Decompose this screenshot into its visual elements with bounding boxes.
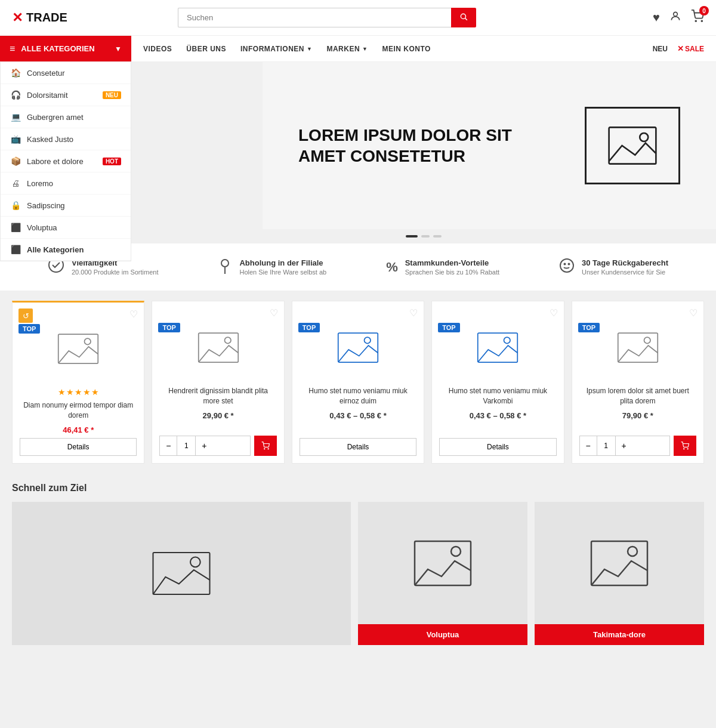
sidebar-item-label: Labore et dolore — [27, 157, 84, 166]
feature-text: Abholung in der Filiale Holen Sie Ihre W… — [239, 258, 326, 276]
wishlist-icon[interactable]: ♥ — [653, 11, 660, 24]
qty-input[interactable] — [177, 436, 196, 455]
svg-point-4 — [701, 20, 702, 21]
nav-links: VIDEOS ÜBER UNS INFORMATIONEN ▼ MARKEN ▼… — [131, 36, 443, 61]
sidebar-item-label: Sadipscing — [27, 201, 65, 210]
product-price: 29,90 € * — [159, 411, 276, 420]
star-5: ★ — [91, 387, 99, 397]
star-1: ★ — [58, 387, 66, 397]
all-categories-button[interactable]: ≡ ALLE KATEGORIEN ▼ — [0, 36, 131, 61]
wishlist-icon[interactable]: ♡ — [550, 307, 558, 319]
feature-desc: Unser Kundenservice für Sie — [582, 269, 668, 276]
sidebar-item-voluptua[interactable]: ⬛ Voluptua — [1, 217, 131, 239]
chevron-down-icon: ▼ — [115, 45, 122, 53]
sidebar-item-consetetur[interactable]: 🏠 Consetetur — [1, 62, 131, 84]
search-input[interactable] — [178, 8, 451, 27]
square-icon: ⬛ — [10, 223, 21, 232]
hero-text: LOREM IPSUM DOLOR SIT AMET CONSETETUR — [298, 125, 537, 166]
nav-mein-konto[interactable]: MEIN KONTO — [382, 45, 430, 53]
nav-uber-uns[interactable]: ÜBER UNS — [186, 45, 226, 53]
qty-decrease[interactable]: − — [160, 436, 177, 455]
logo[interactable]: ✕ TRADE — [12, 10, 84, 26]
add-to-cart-button[interactable] — [674, 436, 696, 456]
hero-image-placeholder — [585, 107, 680, 184]
qty-input[interactable] — [597, 436, 616, 455]
details-button[interactable]: Details — [20, 438, 137, 456]
feature-title: 30 Tage Rückgaberecht — [582, 258, 668, 267]
details-button[interactable]: Details — [439, 438, 556, 456]
wishlist-icon[interactable]: ♡ — [689, 307, 698, 319]
star-3: ★ — [75, 387, 82, 397]
star-4: ★ — [83, 387, 91, 397]
svg-point-32 — [628, 547, 637, 556]
nav-videos[interactable]: VIDEOS — [143, 45, 172, 53]
sidebar-item-label: Alle Kategorien — [27, 245, 84, 254]
svg-line-1 — [465, 18, 467, 20]
qty-decrease[interactable]: − — [580, 436, 597, 455]
quick-card-takimata[interactable]: Takimata-dore — [535, 502, 704, 645]
wishlist-icon[interactable]: ♡ — [129, 309, 138, 320]
nav-sale[interactable]: ✕ SALE — [677, 44, 704, 53]
sidebar-item-label: Dolorsitamit — [27, 91, 68, 100]
recycle-icon: ↺ — [18, 309, 33, 323]
sidebar-item-loremo[interactable]: 🖨 Loremo — [1, 172, 131, 195]
svg-point-8 — [221, 260, 229, 267]
tv-icon: 📺 — [10, 134, 21, 144]
add-to-cart-button[interactable] — [254, 436, 277, 456]
feature-desc: 20.000 Produkte im Sortiment — [72, 269, 159, 276]
quick-image — [358, 502, 527, 624]
quick-card-voluptua[interactable]: Voluptua — [358, 502, 527, 645]
dot-2[interactable] — [421, 235, 430, 237]
smiley-icon — [559, 258, 575, 277]
product-card-1: ↺ ♡ TOP ★ ★ ★ ★ ★ Diam nonumy — [12, 301, 144, 464]
star-2: ★ — [66, 387, 74, 397]
dot-3[interactable] — [433, 235, 442, 237]
quick-section: Schnell zum Ziel — [0, 473, 716, 645]
feature-title: Abholung in der Filiale — [239, 258, 326, 267]
dot-active[interactable] — [406, 235, 418, 237]
pin-icon — [218, 257, 232, 277]
sidebar-item-label: Loremo — [27, 179, 53, 188]
product-actions: − + — [159, 436, 276, 456]
account-icon[interactable] — [669, 10, 681, 25]
header-icons: ♥ 0 — [653, 10, 704, 26]
cart-icon[interactable]: 0 — [691, 10, 704, 26]
cart-badge: 0 — [699, 6, 709, 16]
nav-marken[interactable]: MARKEN ▼ — [326, 45, 368, 53]
quick-grid: Voluptua Takimata-dore — [12, 502, 704, 645]
wishlist-icon[interactable]: ♡ — [270, 307, 278, 319]
qty-increase[interactable]: + — [196, 436, 212, 455]
sidebar-item-label: Gubergren amet — [27, 113, 84, 122]
product-name: Ipsum lorem dolor sit amet buert plita d… — [579, 386, 696, 408]
svg-point-3 — [695, 20, 696, 21]
nav-bar: ≡ ALLE KATEGORIEN ▼ VIDEOS ÜBER UNS INFO… — [0, 36, 716, 62]
logo-text: TRADE — [26, 11, 67, 24]
details-button[interactable]: Details — [300, 438, 416, 456]
sidebar-item-sadipscing[interactable]: 🔒 Sadipscing — [1, 195, 131, 217]
top-badge: TOP — [578, 323, 600, 332]
product-name: Hendrerit dignissim blandit plita more s… — [159, 386, 276, 408]
qty-increase[interactable]: + — [616, 436, 632, 455]
wishlist-icon[interactable]: ♡ — [409, 307, 418, 319]
quick-image — [12, 502, 351, 645]
product-name: Humo stet numo veniamu miuk eirnoz duim — [300, 386, 416, 408]
product-card-2: ♡ TOP Hendrerit dignissim blandit plita … — [152, 301, 284, 464]
nav-informationen[interactable]: INFORMATIONEN ▼ — [240, 45, 312, 53]
box-icon: 📦 — [10, 156, 21, 166]
svg-point-16 — [224, 337, 231, 344]
sidebar-item-dolorsitamit[interactable]: 🎧 Dolorsitamit NEU — [1, 84, 131, 106]
nav-neu[interactable]: NEU — [653, 45, 668, 53]
quick-label: Takimata-dore — [535, 624, 704, 645]
sidebar-item-gubergren[interactable]: 💻 Gubergren amet — [1, 106, 131, 128]
sidebar-item-alle-kategorien[interactable]: ⬛ Alle Kategorien — [1, 239, 131, 261]
top-badge: TOP — [18, 324, 40, 334]
logo-icon: ✕ — [12, 10, 23, 26]
quick-card-large[interactable] — [12, 502, 351, 645]
products-grid: ↺ ♡ TOP ★ ★ ★ ★ ★ Diam nonumy — [12, 301, 704, 464]
svg-point-26 — [687, 449, 688, 449]
search-button[interactable] — [451, 8, 476, 27]
product-price: 46,41 € * — [20, 425, 137, 434]
hero-banner: LOREM IPSUM DOLOR SIT AMET CONSETETUR — [263, 62, 716, 229]
sidebar-item-kasked[interactable]: 📺 Kasked Justo — [1, 128, 131, 150]
sidebar-item-labore[interactable]: 📦 Labore et dolore HOT — [1, 150, 131, 172]
